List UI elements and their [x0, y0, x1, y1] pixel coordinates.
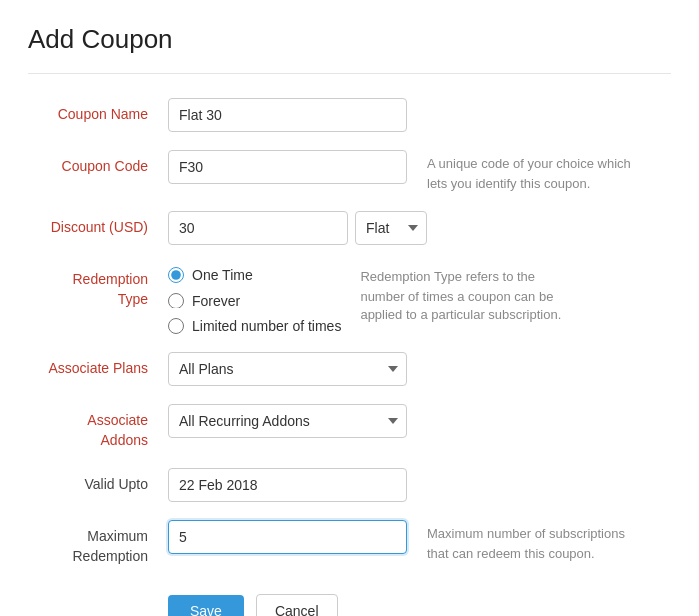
radio-forever-input[interactable] [168, 293, 184, 308]
radio-one-time-input[interactable] [168, 267, 184, 283]
redemption-type-helper: Redemption Type refers to the number of … [360, 263, 580, 325]
valid-upto-input[interactable] [168, 468, 407, 502]
coupon-code-row: Coupon Code A unique code of your choice… [28, 150, 671, 193]
save-button[interactable]: Save [168, 595, 244, 616]
coupon-code-helper: A unique code of your choice which lets … [427, 150, 647, 193]
cancel-button[interactable]: Cancel [256, 594, 338, 616]
max-redemption-label: MaximumRedemption [28, 520, 168, 566]
redemption-type-field: One Time Forever Limited number of times… [168, 263, 671, 334]
discount-input[interactable] [168, 211, 348, 245]
discount-input-group: Flat Percent [168, 211, 427, 245]
coupon-name-label: Coupon Name [28, 98, 168, 125]
discount-field: Flat Percent [168, 211, 671, 245]
valid-upto-field [168, 468, 671, 502]
radio-forever-label: Forever [192, 293, 240, 308]
coupon-code-label: Coupon Code [28, 150, 168, 177]
associate-plans-field: All Plans Specific Plans [168, 352, 671, 386]
discount-label: Discount (USD) [28, 211, 168, 238]
radio-one-time-label: One Time [192, 267, 253, 283]
associate-plans-select[interactable]: All Plans Specific Plans [168, 352, 407, 386]
max-redemption-row: MaximumRedemption Maximum number of subs… [28, 520, 671, 566]
divider [28, 73, 671, 74]
discount-row: Discount (USD) Flat Percent [28, 211, 671, 245]
valid-upto-label: Valid Upto [28, 468, 168, 495]
radio-one-time[interactable]: One Time [168, 267, 341, 283]
radio-limited-label: Limited number of times [192, 318, 341, 334]
associate-plans-row: Associate Plans All Plans Specific Plans [28, 352, 671, 386]
coupon-name-input[interactable] [168, 98, 407, 132]
radio-forever[interactable]: Forever [168, 293, 341, 308]
coupon-name-row: Coupon Name [28, 98, 671, 132]
associate-addons-label: AssociateAddons [28, 404, 168, 450]
coupon-code-input[interactable] [168, 150, 407, 184]
max-redemption-helper: Maximum number of subscriptions that can… [427, 520, 647, 563]
redemption-type-label: RedemptionType [28, 263, 168, 308]
associate-addons-select[interactable]: All Recurring Addons Specific Addons [168, 404, 407, 438]
discount-type-select[interactable]: Flat Percent [355, 211, 427, 245]
associate-addons-field: All Recurring Addons Specific Addons [168, 404, 671, 438]
associate-plans-label: Associate Plans [28, 352, 168, 379]
radio-limited[interactable]: Limited number of times [168, 318, 341, 334]
valid-upto-row: Valid Upto [28, 468, 671, 502]
max-redemption-field: Maximum number of subscriptions that can… [168, 520, 671, 563]
radio-limited-input[interactable] [168, 318, 184, 334]
page-container: Add Coupon Coupon Name Coupon Code A uni… [0, 0, 699, 616]
redemption-type-row: RedemptionType One Time Forever Limited … [28, 263, 671, 334]
redemption-radio-group: One Time Forever Limited number of times [168, 263, 341, 334]
associate-addons-row: AssociateAddons All Recurring Addons Spe… [28, 404, 671, 450]
coupon-name-field [168, 98, 671, 132]
max-redemption-input[interactable] [168, 520, 407, 554]
coupon-code-field: A unique code of your choice which lets … [168, 150, 671, 193]
button-row: Save Cancel [28, 594, 671, 616]
page-title: Add Coupon [28, 24, 671, 55]
